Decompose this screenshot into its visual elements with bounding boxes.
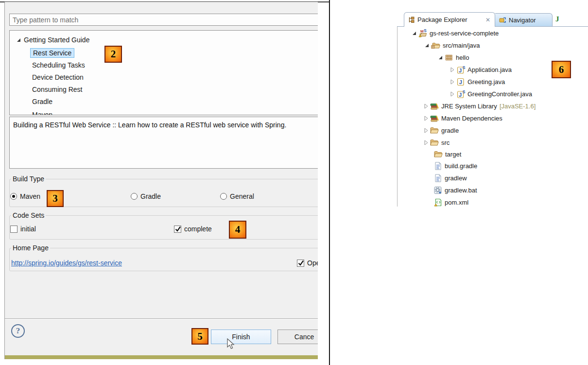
- close-icon[interactable]: ✕: [485, 17, 490, 23]
- tree-item-scheduling-tasks[interactable]: Scheduling Tasks: [32, 59, 85, 71]
- checkbox-open[interactable]: Ope: [297, 259, 318, 267]
- mouse-cursor-icon: [227, 338, 235, 350]
- footer-separator: [5, 318, 318, 319]
- home-page-link[interactable]: http://spring.io/guides/gs/rest-service: [11, 259, 122, 267]
- code-sets-group: [9, 215, 318, 240]
- annotation-step-2: 2: [104, 46, 122, 63]
- annotation-step-6: 6: [552, 61, 571, 78]
- status-bar: [5, 355, 318, 359]
- radio-gradle[interactable]: Gradle: [131, 192, 161, 200]
- expanded-arrow-icon[interactable]: [16, 37, 22, 43]
- checkbox-complete[interactable]: complete: [174, 225, 212, 233]
- tree-item-maven[interactable]: Maven: [32, 109, 52, 115]
- java-class-icon: [457, 78, 465, 86]
- tab-package-explorer[interactable]: Package Explorer ✕: [404, 12, 495, 27]
- navigator-icon: [499, 17, 506, 23]
- tree-root-row[interactable]: Getting Started Guide: [16, 34, 89, 46]
- maven-spring-project-icon: [418, 29, 427, 37]
- tree-item-device-detection[interactable]: Device Detection: [32, 71, 84, 83]
- general-radio-button[interactable]: [220, 193, 227, 200]
- description-box: Building a RESTful Web Service :: Learn …: [9, 117, 318, 169]
- collapsed-arrow-icon[interactable]: [449, 67, 455, 73]
- maven-radio-button[interactable]: [10, 193, 17, 200]
- text-file-icon: [434, 162, 442, 170]
- expanded-arrow-icon[interactable]: [437, 54, 444, 61]
- hello-package-row[interactable]: hello: [437, 52, 469, 63]
- code-sets-label: Code Sets: [11, 211, 46, 219]
- src-folder-row[interactable]: src: [423, 137, 450, 148]
- radio-general[interactable]: General: [220, 192, 254, 200]
- jre-system-library-row[interactable]: JRE System Library [JavaSE-1.6]: [423, 100, 536, 112]
- open-checkbox[interactable]: [297, 260, 304, 267]
- build-type-label: Build Type: [11, 175, 46, 183]
- expanded-arrow-icon[interactable]: [411, 30, 417, 36]
- gradlew-bat-row[interactable]: gradlew.bat: [434, 184, 477, 196]
- radio-maven[interactable]: Maven: [10, 192, 40, 200]
- tab-junit[interactable]: J: [555, 15, 559, 23]
- question-mark-icon: ?: [16, 326, 20, 336]
- expanded-arrow-icon[interactable]: [424, 42, 430, 49]
- tree-item-consuming-rest[interactable]: Consuming Rest: [32, 84, 83, 95]
- folder-icon: [434, 151, 443, 158]
- vertical-divider: [329, 0, 330, 365]
- collapsed-arrow-icon[interactable]: [423, 139, 429, 146]
- source-folder-icon: [431, 42, 440, 49]
- help-button[interactable]: ?: [11, 324, 25, 338]
- cancel-button[interactable]: Cance: [277, 330, 318, 344]
- explorer-panel-border: [397, 27, 398, 207]
- annotation-step-3: 3: [47, 190, 64, 207]
- guide-description: Building a RESTful Web Service :: Learn …: [13, 120, 295, 130]
- package-icon: [445, 54, 453, 61]
- text-file-icon: [434, 174, 442, 182]
- application-java-row[interactable]: Application.java: [449, 64, 512, 75]
- checkbox-initial[interactable]: initial: [10, 225, 36, 233]
- gradlew-row[interactable]: gradlew: [434, 172, 467, 184]
- guide-tree: Getting Started Guide Rest Service Sched…: [9, 30, 318, 115]
- import-wizard-dialog: Getting Started Guide Rest Service Sched…: [4, 2, 318, 359]
- initial-checkbox[interactable]: [10, 226, 17, 233]
- build-gradle-row[interactable]: build.gradle: [434, 160, 477, 172]
- finish-button[interactable]: Finish: [211, 330, 271, 344]
- checkmark-icon: [297, 260, 304, 266]
- collapsed-arrow-icon[interactable]: [423, 103, 429, 109]
- greeting-java-row[interactable]: Greeting.java: [449, 76, 505, 87]
- pom-xml-row[interactable]: pom.xml: [434, 196, 468, 208]
- java-class-spring-icon: [457, 90, 466, 98]
- tree-root-label: Getting Started Guide: [24, 36, 89, 44]
- annotation-step-4: 4: [229, 221, 246, 239]
- target-folder-row[interactable]: target: [434, 148, 461, 160]
- batch-file-icon: [434, 186, 442, 194]
- annotation-step-5: 5: [191, 328, 208, 345]
- collapsed-arrow-icon[interactable]: [423, 115, 429, 122]
- collapsed-arrow-icon[interactable]: [423, 127, 429, 134]
- src-main-java-row[interactable]: src/main/java: [424, 39, 480, 51]
- folder-icon: [430, 139, 439, 146]
- home-page-label: Home Page: [11, 244, 50, 252]
- tree-item-rest-service[interactable]: Rest Service: [30, 47, 74, 59]
- complete-checkbox[interactable]: [174, 226, 181, 233]
- tree-item-gradle[interactable]: Gradle: [32, 96, 52, 107]
- java-class-spring-icon: [457, 66, 466, 74]
- tab-navigator[interactable]: Navigator: [495, 13, 553, 27]
- package-explorer-icon: [408, 17, 415, 23]
- gradle-radio-button[interactable]: [131, 193, 138, 200]
- library-icon: [430, 115, 439, 122]
- project-row[interactable]: gs-rest-service-complete: [411, 27, 499, 39]
- collapsed-arrow-icon[interactable]: [449, 79, 455, 85]
- greeting-controller-java-row[interactable]: GreetingController.java: [449, 88, 532, 100]
- gradle-folder-row[interactable]: gradle: [423, 124, 459, 136]
- selected-tree-item[interactable]: Rest Service: [30, 48, 74, 58]
- jre-version-suffix: [JavaSE-1.6]: [500, 103, 536, 110]
- xml-file-warning-icon: [434, 198, 442, 207]
- library-icon: [430, 103, 439, 110]
- folder-icon: [430, 127, 439, 134]
- search-input[interactable]: [10, 14, 318, 25]
- maven-dependencies-row[interactable]: Maven Dependencies: [423, 112, 502, 124]
- search-box: [9, 14, 318, 26]
- screenshot: Getting Started Guide Rest Service Sched…: [0, 0, 588, 365]
- collapsed-arrow-icon[interactable]: [449, 91, 455, 97]
- checkmark-icon: [174, 226, 181, 232]
